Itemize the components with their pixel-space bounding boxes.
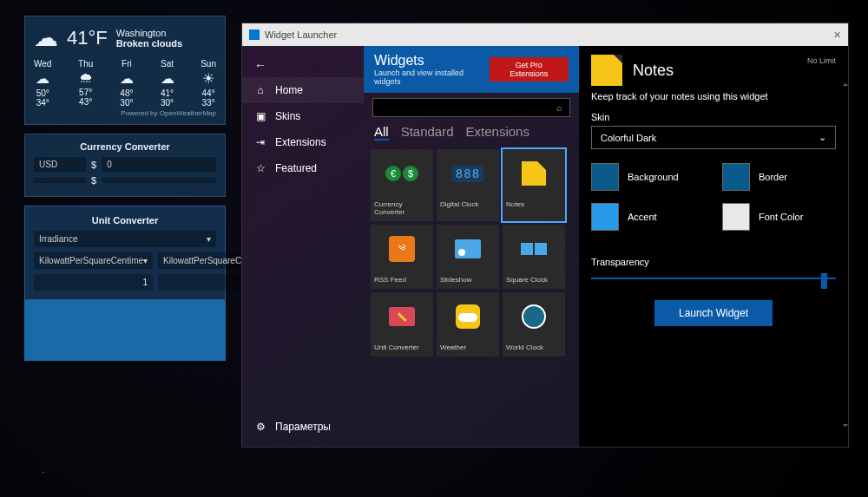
forecast-day: Wed☁50°34° (34, 59, 51, 108)
widget-tile-rss[interactable]: ༄ RSS Feed (371, 225, 433, 289)
chevron-down-icon: ⌄ (819, 132, 826, 143)
search-icon[interactable]: ⌕ (549, 99, 569, 116)
launch-widget-button[interactable]: Launch Widget (654, 300, 773, 326)
notes-icon (591, 55, 622, 86)
skin-select[interactable]: Colorful Dark ⌄ (591, 126, 836, 149)
color-swatch[interactable] (591, 203, 619, 231)
nav-item-extensions[interactable]: ⇥ Extensions (242, 129, 364, 155)
nav-item-featured[interactable]: ☆ Featured (242, 155, 364, 181)
swatch-background[interactable]: Background (591, 163, 705, 191)
cc-sym-from: $ (91, 160, 96, 170)
detail-description: Keep track of your notes using this widg… (591, 91, 836, 101)
window-title: Widget Launcher (265, 29, 337, 40)
transparency-label: Transparency (591, 257, 836, 267)
weather-condition: Broken clouds (116, 38, 182, 49)
tab-extensions[interactable]: Extensions (466, 124, 529, 141)
widget-detail-panel: No Limit Notes Keep track of your notes … (579, 46, 848, 447)
home-icon: ⌂ (254, 84, 266, 96)
forecast-day: Thu🌧57°43° (78, 59, 93, 108)
cc-sym-to: $ (91, 175, 96, 186)
widget-launcher-window: Widget Launcher ✕ ← ⌂ Home ▣ Skins ⇥ Ext… (241, 23, 849, 448)
transparency-slider[interactable] (591, 272, 836, 284)
get-pro-button[interactable]: Get Pro Extensions (490, 57, 569, 82)
widget-tile-uc[interactable]: 📏 Unit Converter (371, 292, 433, 356)
search-input[interactable] (373, 99, 549, 116)
widget-tile-cc[interactable]: €$ Currency Converter (371, 149, 433, 221)
tab-standard[interactable]: Standard (401, 124, 454, 141)
sq-icon (503, 225, 565, 273)
unit-converter-widget[interactable]: Unit Converter Irradiance▾ KilowattPerSq… (24, 206, 226, 300)
weather-icon: ☁ (34, 23, 58, 52)
forecast-day: Sun☀44°33° (201, 59, 216, 108)
cc-icon: €$ (371, 149, 433, 198)
no-limit-label: No Limit (807, 56, 836, 65)
skins-icon: ▣ (254, 110, 266, 122)
page-subtitle: Launch and view installed widgets (374, 69, 490, 86)
titlebar[interactable]: Widget Launcher ✕ (242, 23, 848, 46)
scrollbar[interactable] (843, 81, 846, 429)
color-swatch[interactable] (722, 203, 750, 231)
current-temp: 41°F (67, 27, 108, 49)
cc-to-currency[interactable] (34, 178, 86, 183)
page-title: Widgets (374, 53, 490, 69)
swatch-accent[interactable]: Accent (591, 203, 705, 231)
slide-icon (437, 225, 499, 273)
forecast-day: Fri☁48°30° (120, 59, 134, 108)
color-swatch[interactable] (591, 163, 619, 191)
we-icon (437, 292, 499, 341)
cc-title: Currency Converter (34, 141, 216, 152)
nav-item-skins[interactable]: ▣ Skins (242, 103, 364, 129)
skin-label: Skin (591, 112, 836, 122)
rss-icon: ༄ (371, 225, 433, 273)
color-swatch[interactable] (722, 163, 750, 191)
widget-tile-wc[interactable]: World Clock (503, 292, 565, 356)
cc-from-amount[interactable]: 0 (102, 157, 216, 172)
uc-unit-a[interactable]: KilowattPerSquareCentime▾ (34, 252, 153, 269)
search-box[interactable]: ⌕ (372, 98, 570, 117)
widget-list-panel: Widgets Launch and view installed widget… (364, 46, 579, 447)
cc-to-amount[interactable] (102, 178, 216, 183)
cc-from-currency[interactable]: USD (34, 157, 86, 172)
weather-attribution: Powered by OpenWeatherMap (34, 109, 216, 117)
uc-category[interactable]: Irradiance▾ (34, 231, 216, 247)
dc-icon: 888 (437, 149, 499, 198)
detail-title: Notes (633, 62, 674, 80)
uc-title: Unit Converter (34, 215, 216, 226)
featured-icon: ☆ (254, 162, 266, 174)
empty-widget[interactable] (24, 300, 226, 361)
wc-icon (503, 292, 565, 341)
widget-tile-sq[interactable]: Square Clock (503, 225, 565, 289)
uc-value-a[interactable]: 1 (34, 274, 153, 291)
swatch-border[interactable]: Border (722, 163, 836, 191)
back-button[interactable]: ← (242, 53, 364, 77)
currency-converter-widget[interactable]: Currency Converter USD $ 0 $ (24, 134, 226, 197)
swatch-font-color[interactable]: Font Color (722, 203, 836, 231)
close-icon[interactable]: ✕ (833, 29, 841, 41)
widget-tile-slide[interactable]: Slideshow (437, 225, 499, 289)
tab-all[interactable]: All (374, 124, 389, 141)
weather-city: Washington (116, 28, 182, 38)
nav-settings-label: Параметры (275, 421, 331, 433)
nav-item-home[interactable]: ⌂ Home (242, 77, 364, 103)
extensions-icon: ⇥ (254, 136, 266, 148)
widget-tile-dc[interactable]: 888 Digital Clock (437, 149, 499, 221)
nav-settings[interactable]: ⚙ Параметры (242, 414, 364, 440)
widget-tile-notes[interactable]: Notes (503, 149, 565, 221)
app-icon (249, 29, 260, 40)
weather-widget[interactable]: ☁ 41°F Washington Broken clouds Wed☁50°3… (24, 16, 226, 125)
uc-icon: 📏 (371, 292, 433, 341)
notes-icon (503, 149, 565, 198)
widget-tile-we[interactable]: Weather (437, 292, 499, 356)
sidebar-nav: ← ⌂ Home ▣ Skins ⇥ Extensions ☆ Featured… (242, 46, 364, 447)
forecast-day: Sat☁41°30° (161, 59, 174, 108)
gear-icon: ⚙ (254, 421, 266, 433)
